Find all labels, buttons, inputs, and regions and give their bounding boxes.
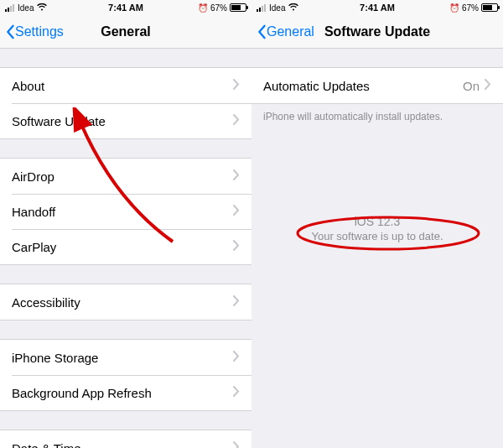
row-handoff[interactable]: Handoff xyxy=(0,194,252,229)
chevron-left-icon xyxy=(257,24,267,39)
chevron-right-icon xyxy=(233,204,240,219)
row-label: Date & Time xyxy=(12,441,233,449)
battery-pct: 67% xyxy=(462,3,479,13)
update-status-text: Your software is up to date. xyxy=(252,230,503,242)
chevron-right-icon xyxy=(233,385,240,400)
settings-list[interactable]: About Software Update AirDrop Handoff xyxy=(0,49,252,448)
row-label: iPhone Storage xyxy=(12,351,233,365)
os-version-label: iOS 12.3 xyxy=(252,215,503,228)
wifi-icon xyxy=(288,3,298,13)
row-label: Background App Refresh xyxy=(12,386,233,400)
section-accessibility: Accessibility xyxy=(0,284,252,320)
carrier-label: Idea xyxy=(269,3,285,13)
row-iphone-storage[interactable]: iPhone Storage xyxy=(0,340,252,375)
carrier-label: Idea xyxy=(18,3,34,13)
alarm-icon: ⏰ xyxy=(198,3,208,13)
back-label: General xyxy=(267,24,314,39)
status-time: 7:41 AM xyxy=(108,3,143,13)
nav-bar: General Software Update xyxy=(252,15,503,49)
signal-icon xyxy=(257,4,266,12)
chevron-right-icon xyxy=(233,350,240,365)
chevron-right-icon xyxy=(485,78,491,93)
section-datetime: Date & Time xyxy=(0,430,252,448)
row-date-time[interactable]: Date & Time xyxy=(0,430,252,448)
alarm-icon: ⏰ xyxy=(449,3,459,13)
section-about: About Software Update xyxy=(0,67,252,139)
row-label: Handoff xyxy=(12,205,233,219)
update-status-block: iOS 12.3 Your software is up to date. xyxy=(252,215,503,242)
row-value: On xyxy=(463,79,480,93)
status-time: 7:41 AM xyxy=(360,3,395,13)
row-label: CarPlay xyxy=(12,240,233,254)
nav-bar: Settings General xyxy=(0,15,252,49)
row-background-refresh[interactable]: Background App Refresh xyxy=(0,375,252,410)
row-software-update[interactable]: Software Update xyxy=(0,103,252,138)
signal-icon xyxy=(5,4,14,12)
general-settings-screen: Idea 7:41 AM ⏰ 67% Settings General xyxy=(0,0,252,448)
back-button-settings[interactable]: Settings xyxy=(0,24,64,39)
auto-updates-footnote: iPhone will automatically install update… xyxy=(252,104,503,122)
section-storage: iPhone Storage Background App Refresh xyxy=(0,339,252,411)
back-button-general[interactable]: General xyxy=(252,24,314,39)
row-carplay[interactable]: CarPlay xyxy=(0,229,252,264)
battery-icon xyxy=(481,3,498,12)
software-update-screen: Idea 7:41 AM ⏰ 67% General Software Upda… xyxy=(252,0,503,448)
software-update-body: Automatic Updates On iPhone will automat… xyxy=(252,49,503,448)
chevron-right-icon xyxy=(233,78,240,93)
chevron-right-icon xyxy=(233,440,240,448)
row-label: Automatic Updates xyxy=(263,79,463,93)
row-automatic-updates[interactable]: Automatic Updates On xyxy=(252,68,503,103)
wifi-icon xyxy=(37,3,47,13)
status-bar: Idea 7:41 AM ⏰ 67% xyxy=(252,0,503,15)
back-label: Settings xyxy=(15,24,64,39)
row-label: Software Update xyxy=(12,114,233,128)
chevron-right-icon xyxy=(233,113,240,128)
row-about[interactable]: About xyxy=(0,68,252,103)
battery-pct: 67% xyxy=(210,3,227,13)
chevron-left-icon xyxy=(5,24,15,39)
row-label: Accessibility xyxy=(12,295,233,310)
chevron-right-icon xyxy=(233,294,240,310)
row-airdrop[interactable]: AirDrop xyxy=(0,159,252,194)
chevron-right-icon xyxy=(233,239,240,254)
row-label: About xyxy=(12,79,233,93)
battery-icon xyxy=(230,3,246,12)
chevron-right-icon xyxy=(233,169,240,184)
section-auto-updates: Automatic Updates On xyxy=(252,67,503,104)
section-connectivity: AirDrop Handoff CarPlay xyxy=(0,158,252,265)
row-label: AirDrop xyxy=(12,169,233,184)
row-accessibility[interactable]: Accessibility xyxy=(0,284,252,320)
status-bar: Idea 7:41 AM ⏰ 67% xyxy=(0,0,252,15)
